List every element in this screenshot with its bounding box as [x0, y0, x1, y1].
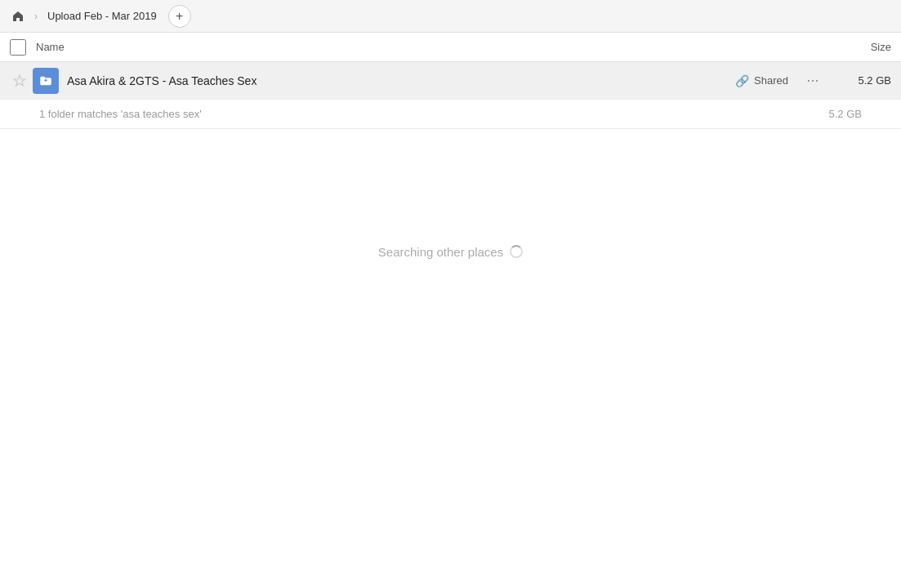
star-button[interactable]	[10, 71, 29, 91]
top-bar: › Upload Feb - Mar 2019 +	[0, 0, 901, 33]
file-name: Asa Akira & 2GTS - Asa Teaches Sex	[67, 74, 735, 87]
folder-icon	[33, 68, 59, 94]
loading-spinner	[510, 245, 523, 258]
link-icon: 🔗	[735, 74, 749, 87]
file-size: 5.2 GB	[834, 74, 891, 87]
file-row[interactable]: Asa Akira & 2GTS - Asa Teaches Sex 🔗 Sha…	[0, 62, 901, 100]
match-size: 5.2 GB	[805, 108, 862, 120]
shared-label: Shared	[754, 74, 788, 87]
add-icon: +	[176, 9, 183, 24]
name-column-header: Name	[36, 41, 826, 53]
home-button[interactable]	[7, 5, 29, 28]
match-text: 1 folder matches 'asa teaches sex'	[39, 108, 805, 120]
searching-area: Searching other places	[0, 129, 901, 374]
size-column-header: Size	[826, 41, 891, 53]
shared-area: 🔗 Shared	[735, 74, 788, 87]
match-info-row: 1 folder matches 'asa teaches sex' 5.2 G…	[0, 100, 901, 129]
select-all-checkbox[interactable]	[10, 39, 26, 56]
more-options-button[interactable]: ···	[801, 69, 824, 92]
breadcrumb-arrow: ›	[34, 11, 38, 22]
searching-text: Searching other places	[378, 245, 503, 259]
column-header: Name Size	[0, 33, 901, 62]
breadcrumb-label: Upload Feb - Mar 2019	[42, 8, 162, 24]
more-icon: ···	[806, 72, 818, 89]
add-button[interactable]: +	[168, 5, 191, 28]
